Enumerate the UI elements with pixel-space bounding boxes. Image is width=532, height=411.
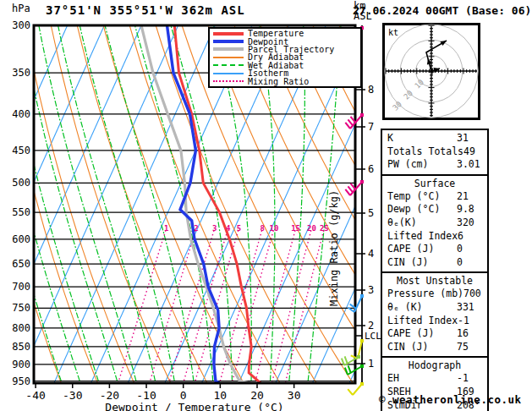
panel-row: θₑ (K)331 [382, 301, 487, 315]
x-axis-title: Dewpoint / Temperature (°C) [105, 401, 283, 411]
panel-row-value: 49 [463, 145, 492, 159]
panel-row: K31 [382, 132, 487, 145]
panel-row-label: CIN (J) [387, 256, 457, 270]
pressure-tick-label: 550 [12, 206, 30, 218]
pressure-tick-label: 900 [12, 359, 30, 370]
temp-tick-label: 20 [250, 389, 264, 402]
km-tick-label: 5 [368, 207, 374, 219]
panel-row-label: Temp (°C) [387, 190, 457, 204]
panel-row-value: 0 [457, 256, 485, 270]
panel-row: CIN (J)0 [382, 256, 487, 270]
svg-text:10: 10 [270, 224, 279, 233]
km-tick-label: 3 [368, 284, 374, 296]
km-tick-label: 6 [368, 163, 374, 175]
svg-text:1: 1 [164, 224, 168, 233]
panel-row: CAPE (J)0 [382, 243, 487, 256]
legend-item: Isotherm [213, 69, 360, 77]
km-tick-label: 8 [368, 84, 374, 96]
panel-row-value: 3.01 [457, 158, 485, 172]
temp-tick-label: 0 [180, 389, 187, 402]
pressure-tick-label: 950 [12, 375, 30, 387]
panel-row-label: CIN (J) [387, 341, 457, 354]
km-tick-label: 2 [368, 320, 374, 332]
indices-panel: K31Totals Totals49PW (cm)3.01 [381, 129, 489, 176]
legend-item: Mixing Ratio [213, 77, 360, 85]
pressure-tick-label: 800 [12, 322, 30, 334]
temp-tick-label: 30 [288, 389, 301, 402]
hodograph-panel: kt102030 [382, 23, 480, 123]
legend-swatch-thick [213, 40, 244, 43]
svg-text:8: 8 [261, 224, 265, 233]
km-tick-label: 7 [368, 121, 374, 133]
panel-row-value: 16 [457, 327, 485, 341]
panel-row: Lifted Index6 [382, 230, 487, 244]
legend-label: Temperature [248, 30, 304, 37]
panel-row-label: Lifted Index [387, 315, 458, 328]
panel-row: EH-1 [382, 372, 487, 386]
panel-row-label: θₑ(K) [387, 216, 457, 230]
panel-row-value: 6 [458, 230, 486, 244]
legend-swatch-dashed [213, 64, 244, 66]
legend-swatch-dotted [213, 80, 244, 82]
panel-title: Surface [382, 178, 487, 190]
panel-row-label: K [387, 132, 457, 145]
panel-row: Dewp (°C)9.8 [382, 203, 487, 216]
panel-row: Temp (°C)21 [382, 190, 487, 204]
temp-tick-label: -20 [100, 389, 119, 402]
panel-row-label: PW (cm) [387, 158, 457, 172]
pressure-tick-label: 450 [12, 145, 30, 156]
panel-title: Most Unstable [382, 275, 487, 288]
pressure-tick-label: 700 [12, 281, 30, 293]
panel-row: CAPE (J)16 [382, 327, 487, 341]
temp-tick-label: -10 [136, 389, 156, 402]
pressure-tick-label: 500 [12, 177, 30, 189]
pressure-tick-label: 850 [12, 341, 30, 353]
temp-tick-label: -40 [25, 389, 45, 402]
panel-row-value: 700 [463, 288, 492, 301]
mixing-axis-title: Mixing Ratio (g/kg) [328, 190, 340, 306]
km-tick-label: 4 [368, 248, 374, 260]
pressure-tick-label: 300 [12, 19, 30, 31]
panel-row: CIN (J)75 [382, 341, 487, 354]
panel-row: Lifted Index-1 [382, 315, 487, 328]
legend-label: Isotherm [248, 69, 288, 77]
indices-panel-most-unstable: Most UnstablePressure (mb)700θₑ (K)331Li… [381, 271, 489, 358]
pressure-tick-label: 400 [12, 108, 30, 120]
panel-row-label: Lifted Index [387, 230, 458, 244]
panel-row-label: Dewp (°C) [387, 203, 457, 216]
panel-row-value: 9.8 [457, 203, 485, 216]
chart-legend: TemperatureDewpointParcel TrajectoryDry … [208, 27, 362, 88]
legend-swatch-thin [213, 73, 244, 74]
temp-tick-label: -30 [63, 389, 82, 402]
panel-row: Totals Totals49 [382, 145, 487, 159]
svg-text:20: 20 [307, 224, 316, 233]
pressure-tick-label: 600 [12, 233, 30, 245]
pressure-tick-label: 350 [12, 67, 30, 79]
panel-row-value: -1 [458, 315, 486, 328]
panel-row: PW (cm)3.01 [382, 158, 487, 172]
svg-text:4: 4 [226, 224, 231, 233]
legend-label: Mixing Ratio [248, 78, 309, 85]
svg-text:3: 3 [212, 224, 217, 233]
panel-row-value: 21 [457, 190, 485, 204]
indices-panel-surface: SurfaceTemp (°C)21Dewp (°C)9.8θₑ(K)320Li… [381, 174, 489, 274]
panel-title: Hodograph [382, 359, 487, 372]
panel-row-value: -1 [457, 372, 485, 386]
temp-tick-label: 10 [214, 389, 228, 402]
km-tick-label: 1 [368, 358, 374, 370]
panel-row: Pressure (mb)700 [382, 288, 487, 301]
panel-row-value: 320 [457, 216, 485, 230]
panel-row-label: EH [387, 372, 457, 386]
pressure-tick-label: 650 [12, 258, 30, 270]
panel-row-label: CAPE (J) [387, 327, 457, 341]
pressure-tick-label: 750 [12, 302, 30, 314]
copyright: © weatheronline.co.uk [379, 393, 522, 406]
panel-row-label: θₑ (K) [387, 301, 457, 315]
legend-swatch-thin [213, 57, 244, 58]
panel-row-value: 331 [457, 301, 485, 315]
panel-row: θₑ(K)320 [382, 216, 487, 230]
skewt-sounding-page: hPa 37°51'N 355°51'W 362m ASL km ASL 27.… [0, 0, 532, 411]
panel-row-value: 75 [457, 341, 485, 354]
legend-item: Temperature [213, 30, 360, 37]
hodograph-unit-label: kt [388, 28, 398, 37]
